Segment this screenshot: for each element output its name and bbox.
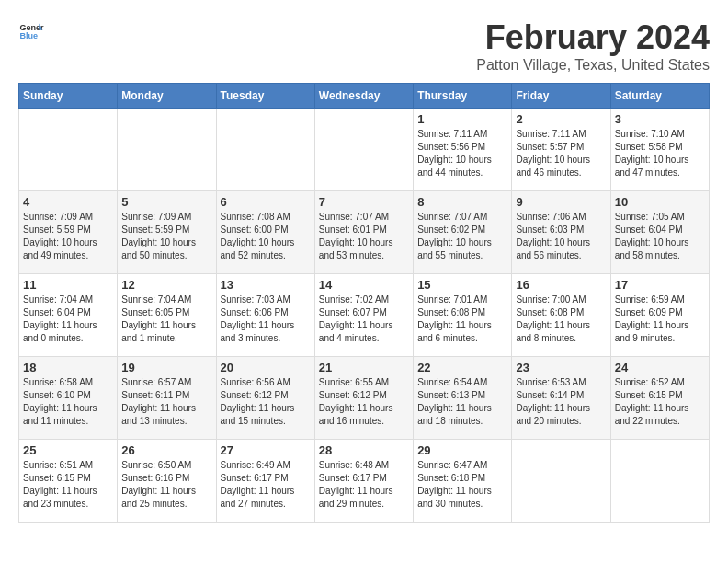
day-info: Sunrise: 6:55 AMSunset: 6:12 PMDaylight:… [319,376,409,428]
day-info: Sunrise: 6:51 AMSunset: 6:15 PMDaylight:… [23,459,113,511]
header-wednesday: Wednesday [314,84,413,109]
table-row: 18Sunrise: 6:58 AMSunset: 6:10 PMDayligh… [19,357,118,440]
table-row: 11Sunrise: 7:04 AMSunset: 6:04 PMDayligh… [19,274,118,357]
day-info: Sunrise: 6:47 AMSunset: 6:18 PMDaylight:… [417,459,507,511]
day-number: 27 [221,443,311,457]
page-header: General Blue February 2024 Patton Villag… [18,18,710,74]
day-info: Sunrise: 7:04 AMSunset: 6:05 PMDaylight:… [121,293,211,345]
day-number: 1 [417,112,507,126]
day-number: 23 [516,361,606,374]
day-number: 2 [516,112,606,126]
day-number: 21 [319,361,409,374]
day-number: 28 [319,443,409,457]
day-info: Sunrise: 7:04 AMSunset: 6:04 PMDaylight:… [23,293,113,345]
table-row: 6Sunrise: 7:08 AMSunset: 6:00 PMDaylight… [216,191,314,274]
header-friday: Friday [512,84,610,109]
table-row [314,109,413,191]
table-row: 23Sunrise: 6:53 AMSunset: 6:14 PMDayligh… [512,357,610,440]
day-info: Sunrise: 6:53 AMSunset: 6:14 PMDaylight:… [516,376,606,428]
day-info: Sunrise: 6:54 AMSunset: 6:13 PMDaylight:… [417,376,507,428]
day-info: Sunrise: 6:56 AMSunset: 6:12 PMDaylight:… [221,376,311,428]
table-row [512,440,610,523]
header-tuesday: Tuesday [216,84,314,109]
table-row: 28Sunrise: 6:48 AMSunset: 6:17 PMDayligh… [314,440,413,523]
day-number: 8 [417,195,507,209]
day-number: 16 [516,278,606,292]
logo-icon: General Blue [18,18,44,44]
table-row: 8Sunrise: 7:07 AMSunset: 6:02 PMDaylight… [414,191,512,274]
day-info: Sunrise: 7:05 AMSunset: 6:04 PMDaylight:… [615,211,705,262]
table-row [216,109,314,191]
day-info: Sunrise: 7:07 AMSunset: 6:01 PMDaylight:… [319,211,409,262]
table-row: 4Sunrise: 7:09 AMSunset: 5:59 PMDaylight… [19,191,118,274]
day-info: Sunrise: 6:50 AMSunset: 6:16 PMDaylight:… [121,459,211,511]
table-row: 24Sunrise: 6:52 AMSunset: 6:15 PMDayligh… [610,357,709,440]
table-row: 20Sunrise: 6:56 AMSunset: 6:12 PMDayligh… [216,357,314,440]
day-number: 29 [417,443,507,457]
table-row [118,109,216,191]
day-info: Sunrise: 7:09 AMSunset: 5:59 PMDaylight:… [121,211,211,262]
day-info: Sunrise: 7:08 AMSunset: 6:00 PMDaylight:… [221,211,311,262]
header-saturday: Saturday [610,84,709,109]
table-row: 12Sunrise: 7:04 AMSunset: 6:05 PMDayligh… [118,274,216,357]
day-number: 3 [615,112,705,126]
day-number: 15 [417,278,507,292]
day-number: 14 [319,278,409,292]
day-info: Sunrise: 6:52 AMSunset: 6:15 PMDaylight:… [615,376,705,428]
header-sunday: Sunday [19,84,118,109]
day-info: Sunrise: 7:01 AMSunset: 6:08 PMDaylight:… [417,293,507,345]
table-row: 16Sunrise: 7:00 AMSunset: 6:08 PMDayligh… [512,274,610,357]
day-info: Sunrise: 7:00 AMSunset: 6:08 PMDaylight:… [516,293,606,345]
day-number: 18 [23,361,113,374]
title-section: February 2024 Patton Village, Texas, Uni… [476,18,710,74]
day-info: Sunrise: 7:11 AMSunset: 5:56 PMDaylight:… [417,128,507,179]
table-row: 13Sunrise: 7:03 AMSunset: 6:06 PMDayligh… [216,274,314,357]
day-number: 13 [221,278,311,292]
table-row: 5Sunrise: 7:09 AMSunset: 5:59 PMDaylight… [118,191,216,274]
day-number: 5 [121,195,211,209]
table-row: 22Sunrise: 6:54 AMSunset: 6:13 PMDayligh… [414,357,512,440]
day-number: 20 [221,361,311,374]
table-row: 19Sunrise: 6:57 AMSunset: 6:11 PMDayligh… [118,357,216,440]
day-number: 22 [417,361,507,374]
header-monday: Monday [118,84,216,109]
table-row: 25Sunrise: 6:51 AMSunset: 6:15 PMDayligh… [19,440,118,523]
table-row [19,109,118,191]
subtitle: Patton Village, Texas, United States [476,57,710,74]
day-info: Sunrise: 6:57 AMSunset: 6:11 PMDaylight:… [121,376,211,428]
calendar-table: Sunday Monday Tuesday Wednesday Thursday… [18,83,710,523]
day-info: Sunrise: 7:03 AMSunset: 6:06 PMDaylight:… [221,293,311,345]
day-number: 12 [121,278,211,292]
day-number: 6 [221,195,311,209]
day-number: 19 [121,361,211,374]
day-number: 4 [23,195,113,209]
table-row: 2Sunrise: 7:11 AMSunset: 5:57 PMDaylight… [512,109,610,191]
day-info: Sunrise: 7:10 AMSunset: 5:58 PMDaylight:… [615,128,705,179]
day-number: 10 [615,195,705,209]
calendar-body: 1Sunrise: 7:11 AMSunset: 5:56 PMDaylight… [19,109,710,523]
logo: General Blue [18,18,44,44]
day-number: 7 [319,195,409,209]
day-info: Sunrise: 6:48 AMSunset: 6:17 PMDaylight:… [319,459,409,511]
table-row: 1Sunrise: 7:11 AMSunset: 5:56 PMDaylight… [414,109,512,191]
calendar-header: Sunday Monday Tuesday Wednesday Thursday… [19,84,710,109]
table-row: 10Sunrise: 7:05 AMSunset: 6:04 PMDayligh… [610,191,709,274]
table-row: 15Sunrise: 7:01 AMSunset: 6:08 PMDayligh… [414,274,512,357]
day-number: 26 [121,443,211,457]
day-info: Sunrise: 7:09 AMSunset: 5:59 PMDaylight:… [23,211,113,262]
table-row: 27Sunrise: 6:49 AMSunset: 6:17 PMDayligh… [216,440,314,523]
table-row: 9Sunrise: 7:06 AMSunset: 6:03 PMDaylight… [512,191,610,274]
day-info: Sunrise: 6:58 AMSunset: 6:10 PMDaylight:… [23,376,113,428]
table-row [610,440,709,523]
day-info: Sunrise: 7:06 AMSunset: 6:03 PMDaylight:… [516,211,606,262]
table-row: 14Sunrise: 7:02 AMSunset: 6:07 PMDayligh… [314,274,413,357]
header-thursday: Thursday [414,84,512,109]
day-number: 9 [516,195,606,209]
table-row: 26Sunrise: 6:50 AMSunset: 6:16 PMDayligh… [118,440,216,523]
main-title: February 2024 [476,18,710,57]
day-info: Sunrise: 7:02 AMSunset: 6:07 PMDaylight:… [319,293,409,345]
day-number: 25 [23,443,113,457]
day-info: Sunrise: 6:49 AMSunset: 6:17 PMDaylight:… [221,459,311,511]
table-row: 7Sunrise: 7:07 AMSunset: 6:01 PMDaylight… [314,191,413,274]
table-row: 21Sunrise: 6:55 AMSunset: 6:12 PMDayligh… [314,357,413,440]
